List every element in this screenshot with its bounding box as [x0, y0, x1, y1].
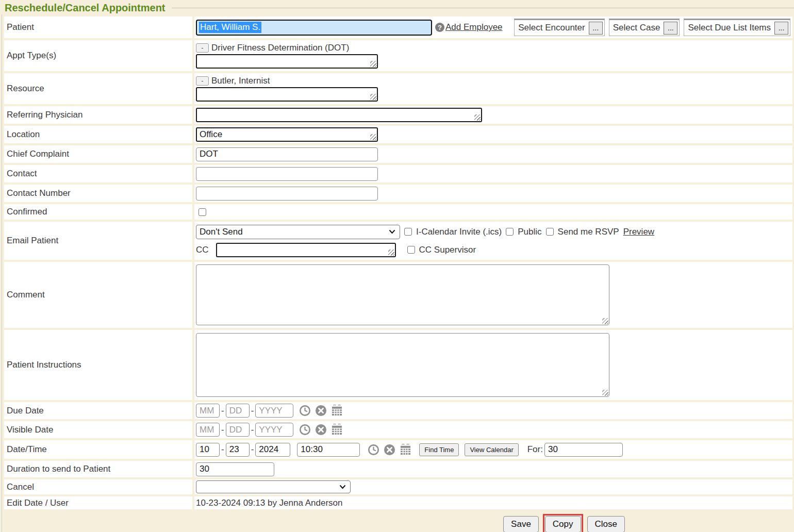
- due-date-day-input[interactable]: [226, 404, 250, 418]
- resource-content: - Butler, Internist: [194, 73, 792, 104]
- save-button[interactable]: Save: [503, 516, 539, 532]
- resource-search-input[interactable]: [196, 87, 378, 102]
- chief-complaint-input[interactable]: [196, 147, 378, 161]
- contact-number-input[interactable]: [196, 187, 378, 201]
- contact-row: Contact: [4, 165, 792, 182]
- cc-label: CC: [196, 245, 209, 255]
- location-label: Location: [4, 126, 192, 143]
- edit-date-user-label: Edit Date / User: [4, 496, 192, 509]
- visible-date-calendar-icon[interactable]: [331, 424, 343, 436]
- for-label: For:: [527, 444, 543, 455]
- select-case-group[interactable]: Select Case ...: [609, 19, 680, 36]
- date-separator: -: [251, 425, 254, 435]
- due-date-month-input[interactable]: [196, 404, 220, 418]
- date-time-month-input[interactable]: [196, 443, 220, 457]
- confirmed-row: Confirmed: [4, 204, 792, 220]
- cancel-label: Cancel: [4, 479, 192, 494]
- due-date-clock-icon[interactable]: [299, 405, 311, 417]
- referring-physician-input[interactable]: [196, 108, 482, 122]
- public-checkbox[interactable]: [506, 228, 514, 236]
- appt-type-row: Appt Type(s) - Driver Fitness Determinat…: [4, 40, 792, 71]
- reschedule-cancel-appointment-page: Reschedule/Cancel Appointment Patient Ha…: [0, 0, 794, 532]
- date-separator: -: [221, 406, 224, 416]
- contact-label: Contact: [4, 165, 192, 182]
- email-patient-label: Email Patient: [4, 222, 192, 260]
- patient-row: Patient Hart, William S. ? Add Employee …: [4, 16, 792, 38]
- location-row: Location Office: [4, 126, 792, 143]
- contact-number-row: Contact Number: [4, 185, 792, 202]
- date-time-time-input[interactable]: [297, 443, 360, 457]
- appt-type-remove-button[interactable]: -: [196, 43, 209, 53]
- patient-selected-text: Hart, William S.: [199, 22, 261, 33]
- select-due-list-items-dots-button[interactable]: ...: [774, 22, 788, 35]
- resource-remove-button[interactable]: -: [196, 76, 209, 86]
- email-patient-select[interactable]: Don't Send: [196, 225, 400, 239]
- contact-content: [194, 165, 792, 182]
- select-case-label: Select Case: [613, 23, 660, 33]
- patient-instructions-label: Patient Instructions: [4, 330, 192, 400]
- date-time-clear-icon[interactable]: [384, 444, 395, 456]
- duration-input[interactable]: [196, 462, 274, 476]
- due-date-clear-icon[interactable]: [315, 405, 327, 417]
- resource-label: Resource: [4, 73, 192, 104]
- due-date-content: - -: [194, 402, 792, 419]
- select-case-dots-button[interactable]: ...: [664, 22, 677, 35]
- cancel-row: Cancel: [4, 479, 792, 494]
- copy-button[interactable]: Copy: [545, 516, 581, 532]
- help-icon[interactable]: ?: [435, 23, 444, 32]
- view-calendar-button[interactable]: View Calendar: [465, 443, 518, 456]
- ical-invite-label: I-Calendar Invite (.ics): [416, 227, 502, 237]
- date-time-content: - - Find Time View Calendar For:: [194, 440, 792, 459]
- date-separator: -: [221, 425, 224, 435]
- due-date-label: Due Date: [4, 402, 192, 419]
- location-input[interactable]: Office: [196, 127, 378, 142]
- ical-invite-checkbox[interactable]: [404, 228, 412, 236]
- email-patient-select-value: Don't Send: [200, 227, 243, 237]
- confirmed-checkbox[interactable]: [198, 208, 206, 216]
- date-separator: -: [251, 444, 254, 455]
- due-date-calendar-icon[interactable]: [331, 405, 343, 417]
- comment-content: [194, 262, 792, 328]
- preview-link[interactable]: Preview: [623, 227, 654, 237]
- comment-label: Comment: [4, 262, 192, 328]
- edit-date-user-row: Edit Date / User 10-23-2024 09:13 by Jen…: [4, 496, 792, 509]
- due-date-row: Due Date - -: [4, 402, 792, 419]
- close-button[interactable]: Close: [587, 516, 625, 532]
- cancel-select[interactable]: [196, 480, 351, 493]
- visible-date-day-input[interactable]: [226, 423, 250, 437]
- visible-date-year-input[interactable]: [255, 423, 293, 437]
- date-time-calendar-icon[interactable]: [400, 444, 411, 456]
- cancel-content: [194, 479, 792, 494]
- location-content: Office: [194, 126, 792, 143]
- date-time-year-input[interactable]: [255, 443, 290, 457]
- appt-type-search-input[interactable]: [196, 54, 378, 69]
- send-me-rsvp-checkbox[interactable]: [546, 228, 554, 236]
- date-separator: -: [221, 444, 224, 455]
- add-employee-link[interactable]: Add Employee: [445, 22, 503, 32]
- date-time-day-input[interactable]: [226, 443, 250, 457]
- comment-row: Comment: [4, 262, 792, 328]
- chief-complaint-content: [194, 145, 792, 163]
- select-encounter-group[interactable]: Select Encounter ...: [514, 19, 604, 36]
- patient-input[interactable]: Hart, William S.: [196, 20, 432, 36]
- visible-date-month-input[interactable]: [196, 423, 220, 437]
- appt-type-content: - Driver Fitness Determination (DOT): [194, 40, 792, 71]
- select-due-list-items-group[interactable]: Select Due List Items ...: [684, 19, 790, 36]
- date-time-clock-icon[interactable]: [368, 444, 379, 456]
- visible-date-clear-icon[interactable]: [315, 424, 327, 436]
- contact-number-label: Contact Number: [4, 185, 192, 202]
- visible-date-row: Visible Date - -: [4, 421, 792, 438]
- patient-instructions-textarea[interactable]: [196, 333, 609, 397]
- visible-date-label: Visible Date: [4, 421, 192, 438]
- for-duration-input[interactable]: [544, 443, 623, 457]
- visible-date-clock-icon[interactable]: [299, 424, 311, 436]
- comment-textarea[interactable]: [196, 264, 609, 325]
- due-date-year-input[interactable]: [255, 404, 293, 418]
- public-label: Public: [518, 227, 541, 237]
- contact-input[interactable]: [196, 167, 378, 181]
- date-time-label: Date/Time: [4, 440, 192, 459]
- cc-supervisor-checkbox[interactable]: [407, 246, 415, 254]
- select-encounter-dots-button[interactable]: ...: [589, 22, 603, 35]
- find-time-button[interactable]: Find Time: [419, 443, 459, 456]
- cc-input[interactable]: [216, 243, 396, 257]
